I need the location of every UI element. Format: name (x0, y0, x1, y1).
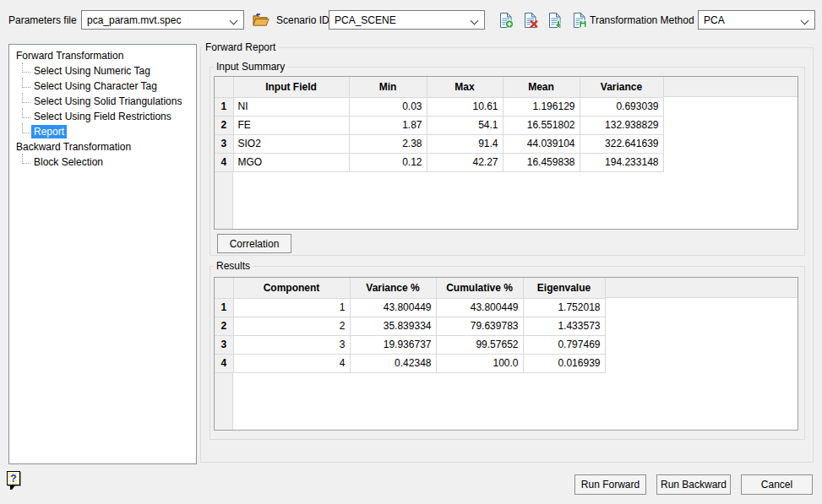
input-summary-title: Input Summary (214, 61, 287, 73)
cell: 1.433573 (523, 317, 605, 335)
cell: 54.1 (427, 116, 503, 134)
tree-item-forward-transformation[interactable]: Forward Transformation (9, 48, 196, 63)
column-header: Eigenvalue (523, 278, 605, 298)
load-scenario-icon[interactable] (546, 11, 564, 30)
cell: 0.12 (349, 153, 427, 171)
cell: 43.800449 (350, 298, 436, 317)
cancel-button[interactable]: Cancel (741, 474, 813, 495)
column-header: Min (349, 77, 427, 97)
cell: 35.839334 (350, 317, 436, 335)
cell: 0.693039 (580, 97, 663, 116)
cell: 322.641639 (580, 134, 663, 153)
table-row: 1143.80044943.8004491.752018 (215, 298, 605, 317)
table-row: 3319.93673799.576520.797469 (215, 335, 605, 354)
row-number: 4 (215, 153, 233, 171)
transformation-method-combobox[interactable]: PCA (698, 10, 815, 30)
cell: 1.752018 (523, 298, 605, 317)
save-scenario-icon[interactable] (570, 11, 589, 30)
document-plus-glyph (498, 12, 514, 29)
results-title: Results (214, 260, 253, 273)
table-row: 4MGO0.1242.2716.459838194.233148 (215, 153, 663, 171)
tree-item-label: Block Selection (31, 155, 106, 169)
tree-item-label: Select Using Numeric Tag (31, 64, 153, 78)
table-row: 1NI0.0310.611.1961290.693039 (215, 97, 663, 116)
tree-item-label: Select Using Solid Triangulations (31, 95, 184, 108)
cell: 19.936737 (350, 335, 436, 354)
new-scenario-icon[interactable] (497, 11, 515, 30)
cell: 44.039104 (503, 134, 580, 153)
column-header: Component (233, 278, 350, 298)
tree-item-label: Select Using Character Tag (31, 79, 160, 93)
cell: 1.196129 (503, 97, 580, 116)
row-number: 4 (215, 354, 233, 372)
scenario-id-value: PCA_SCENE (335, 14, 396, 26)
tree-item-select-using-solid-triangulations[interactable]: Select Using Solid Triangulations (9, 94, 196, 109)
cell: 0.42348 (350, 354, 436, 372)
tree-item-backward-transformation[interactable]: Backward Transformation (9, 139, 196, 154)
scenario-id-label: Scenario ID (276, 14, 329, 27)
cell: 16.459838 (503, 153, 580, 171)
pca-transformation-window: { "toolbar": { "parameters_file_label": … (0, 0, 822, 504)
tree-branch-line (22, 154, 30, 164)
forward-report-group: Forward Report Input Summary Input Field… (200, 47, 814, 463)
corner-cell (215, 77, 233, 97)
tree-item-select-using-field-restrictions[interactable]: Select Using Field Restrictions (9, 109, 196, 124)
table-row: 440.42348100.00.016939 (215, 354, 605, 372)
parameters-file-value: pca_param.mvt.spec (87, 14, 181, 26)
cell: SIO2 (233, 134, 349, 153)
cell: 42.27 (427, 153, 503, 171)
document-save-glyph (571, 12, 588, 29)
tree-item-report[interactable]: Report (9, 124, 196, 139)
row-number: 3 (215, 335, 233, 354)
tree-branch-line (22, 62, 30, 73)
help-button[interactable]: ? (7, 471, 24, 491)
tree-item-select-using-numeric-tag[interactable]: Select Using Numeric Tag (9, 63, 196, 79)
tree-item-block-selection[interactable]: Block Selection (9, 154, 196, 170)
run-backward-button[interactable]: Run Backward (656, 474, 731, 495)
transformation-method-label: Transformation Method (590, 14, 694, 27)
scenario-id-combobox[interactable]: PCA_SCENE (329, 10, 485, 30)
row-number: 1 (215, 97, 233, 116)
input-summary-table[interactable]: Input FieldMinMaxMeanVariance1NI0.0310.6… (214, 76, 798, 230)
open-folder-icon[interactable] (251, 10, 269, 29)
correlation-button[interactable]: Correlation (217, 234, 291, 253)
tree-branch-line (22, 93, 30, 103)
tree-item-label: Select Using Field Restrictions (31, 110, 174, 123)
row-number: 2 (215, 317, 233, 335)
table-row: 3SIO22.3891.444.039104322.641639 (215, 134, 663, 153)
column-header: Input Field (233, 77, 349, 97)
document-down-arrow-glyph (547, 12, 563, 29)
table-row: 2235.83933479.6397831.433573 (215, 317, 605, 335)
column-header: Max (427, 77, 503, 97)
run-forward-button[interactable]: Run Forward (574, 474, 646, 495)
tree-item-label: Forward Transformation (14, 49, 126, 62)
cell: 0.016939 (523, 354, 605, 372)
cell: 1.87 (349, 116, 427, 134)
corner-cell (215, 278, 233, 298)
delete-scenario-icon[interactable] (521, 11, 540, 30)
cell: 10.61 (427, 97, 503, 116)
parameters-file-combobox[interactable]: pca_param.mvt.spec (81, 10, 244, 30)
tree-branch-line (22, 108, 30, 118)
navigation-tree[interactable]: Forward TransformationSelect Using Numer… (8, 44, 197, 464)
input-summary-group: Input Summary Input FieldMinMaxMeanVaria… (210, 67, 805, 256)
column-header: Variance (580, 77, 663, 97)
tree-branch-line (22, 123, 30, 133)
chevron-down-icon (230, 17, 238, 25)
results-table[interactable]: ComponentVariance %Cumulative %Eigenvalu… (214, 277, 798, 431)
column-header: Cumulative % (436, 278, 523, 298)
cell: 43.800449 (436, 298, 523, 317)
row-number: 2 (215, 116, 233, 134)
tree-branch-line (22, 78, 30, 88)
cell: 91.4 (427, 134, 503, 153)
cell: 79.639783 (436, 317, 523, 335)
forward-report-title: Forward Report (203, 41, 278, 54)
cell: 3 (233, 335, 350, 354)
cell: NI (233, 97, 349, 116)
open-folder-glyph (252, 12, 269, 28)
tree-item-select-using-character-tag[interactable]: Select Using Character Tag (9, 79, 196, 94)
cell: 4 (233, 354, 350, 372)
column-header: Mean (503, 77, 580, 97)
cell: 194.233148 (580, 153, 663, 171)
cell: FE (233, 116, 349, 134)
